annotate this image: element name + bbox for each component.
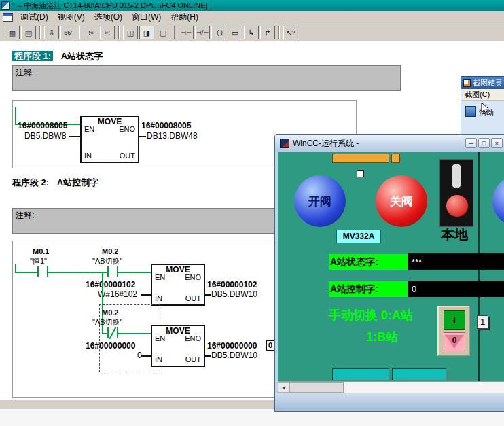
network1-title[interactable]: A站状态字 [61, 51, 103, 61]
monitor-glasses-button[interactable]: 66' [60, 26, 75, 39]
valve-tag-label: MV332A [336, 230, 381, 243]
minimize-button[interactable]: ─ [465, 138, 477, 148]
lever-handle[interactable] [452, 164, 461, 188]
operand-address[interactable]: W#16#102 [98, 289, 137, 299]
close-button[interactable]: × [491, 138, 503, 148]
en-pin: EN [155, 273, 165, 281]
open-valve-button-2[interactable]: 开阀 [492, 175, 504, 227]
en-pin: EN [155, 334, 165, 342]
mdi-child-icon[interactable] [3, 13, 13, 22]
menu-view[interactable]: 视图(V) [53, 10, 90, 24]
toolbar-separator [39, 26, 41, 39]
close-branch-button[interactable]: ↱ [260, 26, 275, 39]
empty-box-button[interactable]: ▭ [228, 26, 242, 39]
rung-wire [16, 272, 37, 273]
operand-wire [141, 355, 151, 357]
toggle-switch[interactable]: I 0 [437, 306, 470, 356]
cyan-box [392, 368, 446, 380]
help-select-button[interactable]: ↖? [283, 26, 298, 39]
contact-nc-button[interactable]: ⊣/⊢ [195, 26, 210, 39]
contact-no-1[interactable] [47, 266, 48, 277]
checkbox-square[interactable] [357, 170, 364, 177]
menu-help[interactable]: 帮助(H) [166, 10, 203, 24]
cyan-box [332, 368, 389, 380]
network1-comment-box[interactable]: 注释: [12, 65, 401, 91]
move-block-2[interactable]: MOVE EN ENO IN OUT [151, 264, 205, 306]
mouse-cursor [481, 102, 490, 116]
monitor-value: 16#00008005 [141, 121, 191, 130]
snip-titlebar[interactable]: 截图精灵 [461, 77, 504, 89]
overview-button[interactable]: ◫ [123, 26, 138, 39]
toolbar-separator [118, 26, 120, 39]
out-pin: OUT [185, 355, 201, 363]
contact-address[interactable]: M0.1 [33, 247, 49, 255]
operand-address[interactable]: DB13.DBW48 [147, 131, 198, 141]
goto-prev-button[interactable]: !« [84, 26, 98, 39]
split-window-button[interactable]: ◨ [139, 26, 154, 39]
contact-symbol: "AB切换" [92, 256, 122, 266]
toolbar-separator [278, 26, 280, 39]
operand-address[interactable]: DB5.DBW10 [211, 351, 257, 360]
rung-wire [118, 272, 151, 273]
contact-address[interactable]: M0.2 [102, 247, 118, 255]
coil-button[interactable]: -( ) [211, 26, 226, 39]
move-block-3[interactable]: MOVE EN ENO IN OUT [151, 325, 205, 367]
selection-button[interactable]: ▢ [156, 26, 170, 39]
indicator-panel [439, 159, 473, 227]
out-pin: OUT [185, 294, 201, 302]
network2-title[interactable]: A站控制字 [57, 177, 98, 188]
contact-no-2[interactable] [107, 266, 109, 277]
contact-no-1[interactable] [37, 266, 39, 277]
wincc-icon [280, 139, 289, 148]
print-button[interactable]: ▤ [21, 26, 36, 39]
contact-address[interactable]: M0.2 [102, 308, 118, 317]
network1-label[interactable]: 程序段 1: [12, 51, 53, 61]
status-word-value: *** [408, 253, 504, 270]
operand-address[interactable]: DB5.DBW10 [211, 289, 257, 299]
in-pin: IN [84, 152, 92, 160]
open-valve-button[interactable]: 开阀 [294, 175, 346, 227]
catalog-button[interactable]: ▦ [5, 26, 20, 39]
menu-debug[interactable]: 调试(D) [16, 10, 53, 24]
menu-options[interactable]: 选项(O) [90, 10, 127, 24]
rung-wire [48, 272, 107, 273]
toolbar-separator [174, 26, 175, 39]
toggle-on-position[interactable]: I [444, 310, 465, 330]
open-valve-label: 开阀 [308, 194, 331, 209]
toggle-off-position[interactable]: 0 [444, 332, 465, 351]
goto-next-button[interactable]: »! [100, 26, 115, 39]
contact-nc-1[interactable] [107, 327, 109, 338]
close-valve-button[interactable]: 关阀 [376, 175, 427, 227]
scroll-thumb[interactable] [289, 382, 344, 393]
move-block-1[interactable]: MOVE EN ENO IN OUT [80, 116, 139, 163]
toggle-off-label: 0 [444, 336, 465, 345]
wincc-runtime-window[interactable]: WinCC-运行系统 - ─ □ × 开阀 关阀 开阀 [274, 134, 504, 412]
monitor-value: 16#00000102 [86, 280, 135, 289]
contact-no-2[interactable] [117, 266, 118, 277]
network2-label[interactable]: 程序段 2: [12, 177, 49, 188]
orange-bar [332, 154, 389, 163]
toolbar: ▦ ▤ ⇩ 66' !« »! ◫ ◨ ▢ ⊣⊢ ⊣/⊢ -( ) ▭ ↳ ↱ … [0, 24, 504, 41]
contact-symbol: "恒1" [30, 256, 47, 266]
toggle-value-box: 1 [477, 315, 488, 329]
contact-no-button[interactable]: ⊣⊢ [179, 26, 194, 39]
hmi-hscrollbar[interactable]: ◄ [278, 381, 504, 393]
contact-nc-1[interactable] [117, 327, 118, 338]
scroll-left-button[interactable]: ◄ [278, 382, 289, 393]
manual-switch-text-2: 1:B站 [366, 329, 398, 345]
open-branch-button[interactable]: ↳ [244, 26, 259, 39]
maximize-button[interactable]: □ [478, 138, 490, 148]
local-label: 本地 [441, 226, 468, 244]
in-pin: IN [155, 355, 162, 363]
hmi-canvas: 开阀 关阀 开阀 MV332A 本地 A站状态字: *** A站控制字: 0 手… [278, 152, 504, 393]
app-title: " -- 中海油湛江 CT14-80\A\CPU 315-2 DP\...\FC… [12, 1, 208, 11]
download-button[interactable]: ⇩ [44, 26, 59, 39]
snip-menu-capture[interactable]: 截图(C) [461, 89, 504, 101]
operand-wire [139, 136, 146, 137]
en-pin: EN [84, 125, 94, 133]
toolbar-separator [79, 26, 80, 39]
snip-capture-icon[interactable] [465, 106, 476, 117]
menu-window[interactable]: 窗口(W) [127, 10, 166, 24]
operand-address[interactable]: DB5.DBW8 [24, 131, 66, 141]
snip-menu-label: 截图(C) [465, 90, 490, 100]
